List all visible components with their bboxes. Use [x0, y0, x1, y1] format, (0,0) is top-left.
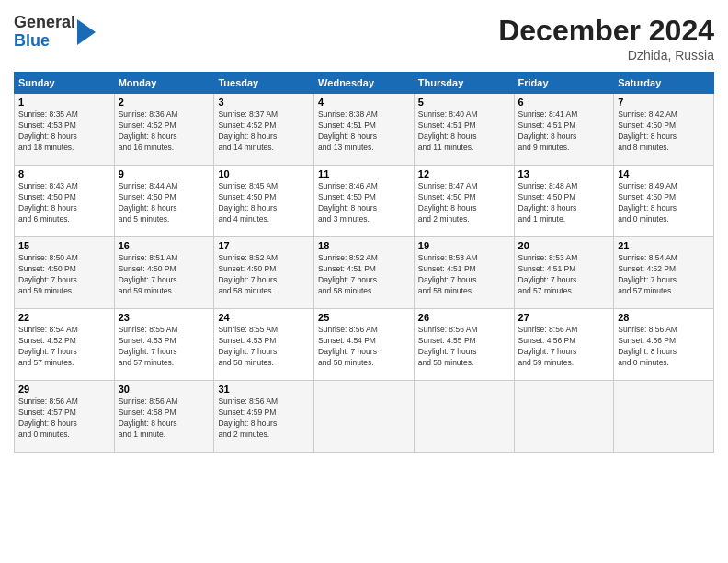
logo-general-text: General	[14, 14, 75, 32]
calendar-week-2: 8Sunrise: 8:43 AM Sunset: 4:50 PM Daylig…	[15, 166, 714, 237]
day-number: 4	[318, 97, 410, 108]
calendar-cell: 10Sunrise: 8:45 AM Sunset: 4:50 PM Dayli…	[214, 166, 314, 237]
month-title: December 2024	[498, 14, 714, 48]
calendar-cell: 24Sunrise: 8:55 AM Sunset: 4:53 PM Dayli…	[214, 309, 314, 381]
calendar-cell: 28Sunrise: 8:56 AM Sunset: 4:56 PM Dayli…	[614, 309, 714, 381]
day-number: 10	[218, 168, 310, 179]
day-info: Sunrise: 8:46 AM Sunset: 4:50 PM Dayligh…	[318, 181, 410, 225]
day-number: 14	[618, 168, 710, 179]
day-info: Sunrise: 8:45 AM Sunset: 4:50 PM Dayligh…	[218, 181, 310, 225]
calendar-cell: 22Sunrise: 8:54 AM Sunset: 4:52 PM Dayli…	[15, 309, 115, 381]
calendar-cell: 30Sunrise: 8:56 AM Sunset: 4:58 PM Dayli…	[114, 381, 214, 453]
calendar-cell: 18Sunrise: 8:52 AM Sunset: 4:51 PM Dayli…	[314, 237, 415, 309]
logo: General Blue	[14, 14, 96, 51]
day-number: 16	[119, 240, 210, 251]
day-info: Sunrise: 8:51 AM Sunset: 4:50 PM Dayligh…	[119, 253, 210, 297]
header-thursday: Thursday	[414, 73, 514, 94]
day-number: 20	[518, 240, 610, 251]
day-number: 30	[119, 384, 210, 395]
day-info: Sunrise: 8:38 AM Sunset: 4:51 PM Dayligh…	[318, 109, 410, 154]
calendar-week-3: 15Sunrise: 8:50 AM Sunset: 4:50 PM Dayli…	[15, 237, 714, 309]
day-number: 24	[218, 312, 310, 323]
day-number: 22	[18, 312, 110, 323]
day-info: Sunrise: 8:53 AM Sunset: 4:51 PM Dayligh…	[418, 253, 510, 297]
day-info: Sunrise: 8:37 AM Sunset: 4:52 PM Dayligh…	[218, 109, 310, 154]
day-info: Sunrise: 8:56 AM Sunset: 4:55 PM Dayligh…	[418, 325, 510, 369]
calendar-week-5: 29Sunrise: 8:56 AM Sunset: 4:57 PM Dayli…	[15, 381, 714, 453]
day-number: 2	[119, 97, 210, 108]
day-number: 29	[18, 384, 110, 395]
day-number: 6	[518, 97, 610, 108]
day-number: 11	[318, 168, 410, 179]
day-info: Sunrise: 8:42 AM Sunset: 4:50 PM Dayligh…	[618, 109, 710, 154]
calendar-cell: 8Sunrise: 8:43 AM Sunset: 4:50 PM Daylig…	[15, 166, 115, 237]
day-info: Sunrise: 8:52 AM Sunset: 4:51 PM Dayligh…	[318, 253, 410, 297]
day-number: 18	[318, 240, 410, 251]
day-info: Sunrise: 8:48 AM Sunset: 4:50 PM Dayligh…	[518, 181, 610, 225]
calendar-cell: 27Sunrise: 8:56 AM Sunset: 4:56 PM Dayli…	[514, 309, 614, 381]
day-number: 23	[119, 312, 210, 323]
day-info: Sunrise: 8:53 AM Sunset: 4:51 PM Dayligh…	[518, 253, 610, 297]
day-number: 5	[418, 97, 510, 108]
day-number: 25	[318, 312, 410, 323]
calendar-cell: 17Sunrise: 8:52 AM Sunset: 4:50 PM Dayli…	[214, 237, 314, 309]
calendar-cell: 11Sunrise: 8:46 AM Sunset: 4:50 PM Dayli…	[314, 166, 415, 237]
day-number: 7	[618, 97, 710, 108]
calendar-cell: 13Sunrise: 8:48 AM Sunset: 4:50 PM Dayli…	[514, 166, 614, 237]
calendar-cell: 16Sunrise: 8:51 AM Sunset: 4:50 PM Dayli…	[114, 237, 214, 309]
day-info: Sunrise: 8:41 AM Sunset: 4:51 PM Dayligh…	[518, 109, 610, 154]
day-info: Sunrise: 8:55 AM Sunset: 4:53 PM Dayligh…	[119, 325, 210, 369]
calendar-cell: 3Sunrise: 8:37 AM Sunset: 4:52 PM Daylig…	[214, 94, 314, 166]
day-number: 9	[119, 168, 210, 179]
calendar-cell: 12Sunrise: 8:47 AM Sunset: 4:50 PM Dayli…	[414, 166, 514, 237]
calendar-cell: 21Sunrise: 8:54 AM Sunset: 4:52 PM Dayli…	[614, 237, 714, 309]
day-info: Sunrise: 8:56 AM Sunset: 4:56 PM Dayligh…	[518, 325, 610, 369]
day-info: Sunrise: 8:40 AM Sunset: 4:51 PM Dayligh…	[418, 109, 510, 154]
day-info: Sunrise: 8:47 AM Sunset: 4:50 PM Dayligh…	[418, 181, 510, 225]
location: Dzhida, Russia	[498, 48, 714, 63]
header-sunday: Sunday	[15, 73, 115, 94]
svg-marker-0	[77, 19, 96, 45]
day-info: Sunrise: 8:54 AM Sunset: 4:52 PM Dayligh…	[18, 325, 110, 369]
calendar-cell: 14Sunrise: 8:49 AM Sunset: 4:50 PM Dayli…	[614, 166, 714, 237]
calendar-week-4: 22Sunrise: 8:54 AM Sunset: 4:52 PM Dayli…	[15, 309, 714, 381]
day-number: 31	[218, 384, 310, 395]
day-number: 8	[18, 168, 110, 179]
header-friday: Friday	[514, 73, 614, 94]
day-info: Sunrise: 8:56 AM Sunset: 4:57 PM Dayligh…	[18, 396, 110, 441]
day-info: Sunrise: 8:50 AM Sunset: 4:50 PM Dayligh…	[18, 253, 110, 297]
day-number: 1	[18, 97, 110, 108]
calendar-cell: 15Sunrise: 8:50 AM Sunset: 4:50 PM Dayli…	[15, 237, 115, 309]
calendar-cell	[514, 381, 614, 453]
day-info: Sunrise: 8:52 AM Sunset: 4:50 PM Dayligh…	[218, 253, 310, 297]
day-number: 17	[218, 240, 310, 251]
day-info: Sunrise: 8:49 AM Sunset: 4:50 PM Dayligh…	[618, 181, 710, 225]
calendar-cell: 6Sunrise: 8:41 AM Sunset: 4:51 PM Daylig…	[514, 94, 614, 166]
calendar-cell	[614, 381, 714, 453]
calendar-cell: 20Sunrise: 8:53 AM Sunset: 4:51 PM Dayli…	[514, 237, 614, 309]
day-number: 19	[418, 240, 510, 251]
header-saturday: Saturday	[614, 73, 714, 94]
day-info: Sunrise: 8:54 AM Sunset: 4:52 PM Dayligh…	[618, 253, 710, 297]
day-info: Sunrise: 8:56 AM Sunset: 4:58 PM Dayligh…	[119, 396, 210, 441]
calendar-cell: 4Sunrise: 8:38 AM Sunset: 4:51 PM Daylig…	[314, 94, 415, 166]
calendar-table: SundayMondayTuesdayWednesdayThursdayFrid…	[14, 72, 714, 453]
day-number: 15	[18, 240, 110, 251]
calendar-cell: 23Sunrise: 8:55 AM Sunset: 4:53 PM Dayli…	[114, 309, 214, 381]
day-info: Sunrise: 8:56 AM Sunset: 4:56 PM Dayligh…	[618, 325, 710, 369]
header-wednesday: Wednesday	[314, 73, 415, 94]
day-number: 28	[618, 312, 710, 323]
header-monday: Monday	[114, 73, 214, 94]
day-info: Sunrise: 8:43 AM Sunset: 4:50 PM Dayligh…	[18, 181, 110, 225]
calendar-cell: 1Sunrise: 8:35 AM Sunset: 4:53 PM Daylig…	[15, 94, 115, 166]
calendar-cell: 7Sunrise: 8:42 AM Sunset: 4:50 PM Daylig…	[614, 94, 714, 166]
day-info: Sunrise: 8:56 AM Sunset: 4:59 PM Dayligh…	[218, 396, 310, 441]
logo-blue-text: Blue	[14, 32, 75, 51]
day-number: 26	[418, 312, 510, 323]
day-number: 12	[418, 168, 510, 179]
header-tuesday: Tuesday	[214, 73, 314, 94]
calendar-cell: 26Sunrise: 8:56 AM Sunset: 4:55 PM Dayli…	[414, 309, 514, 381]
calendar-cell: 19Sunrise: 8:53 AM Sunset: 4:51 PM Dayli…	[414, 237, 514, 309]
page-header: General Blue December 2024 Dzhida, Russi…	[14, 14, 714, 63]
day-number: 27	[518, 312, 610, 323]
